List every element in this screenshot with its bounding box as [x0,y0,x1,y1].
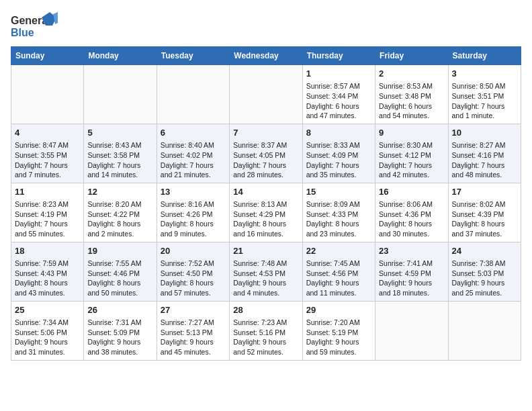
day-number: 1 [306,68,371,80]
day-info: Sunrise: 8:37 AM Sunset: 4:05 PM Dayligh… [233,140,298,180]
day-number: 3 [452,68,517,80]
day-number: 23 [379,245,444,257]
day-info: Sunrise: 8:47 AM Sunset: 3:55 PM Dayligh… [15,140,80,180]
calendar-cell: 14Sunrise: 8:13 AM Sunset: 4:29 PM Dayli… [230,183,302,242]
calendar-cell: 19Sunrise: 7:55 AM Sunset: 4:46 PM Dayli… [84,242,157,301]
calendar-week-4: 18Sunrise: 7:59 AM Sunset: 4:43 PM Dayli… [11,242,521,301]
calendar-cell: 12Sunrise: 8:20 AM Sunset: 4:22 PM Dayli… [84,183,157,242]
day-info: Sunrise: 7:52 AM Sunset: 4:50 PM Dayligh… [161,259,226,298]
calendar-cell: 8Sunrise: 8:33 AM Sunset: 4:09 PM Daylig… [302,124,375,183]
day-number: 12 [87,186,152,198]
day-number: 19 [87,245,152,257]
day-info: Sunrise: 7:45 AM Sunset: 4:56 PM Dayligh… [306,259,371,298]
day-number: 6 [161,127,226,139]
day-number: 28 [233,304,298,316]
calendar-cell: 28Sunrise: 7:23 AM Sunset: 5:16 PM Dayli… [230,301,302,360]
day-number: 18 [15,245,80,257]
page-header: General Blue [11,11,521,41]
day-info: Sunrise: 8:53 AM Sunset: 3:48 PM Dayligh… [379,81,444,121]
calendar-cell [448,301,521,360]
day-info: Sunrise: 8:02 AM Sunset: 4:39 PM Dayligh… [452,199,517,239]
day-info: Sunrise: 7:23 AM Sunset: 5:16 PM Dayligh… [233,318,298,357]
calendar-week-1: 1Sunrise: 8:57 AM Sunset: 3:44 PM Daylig… [11,65,521,124]
weekday-header-friday: Friday [375,47,448,65]
calendar-cell: 23Sunrise: 7:41 AM Sunset: 4:59 PM Dayli… [375,242,448,301]
weekday-header-wednesday: Wednesday [230,47,302,65]
logo-svg: General Blue [11,11,58,41]
calendar-cell: 24Sunrise: 7:38 AM Sunset: 5:03 PM Dayli… [448,242,521,301]
weekday-header-sunday: Sunday [11,47,84,65]
weekday-header-thursday: Thursday [302,47,375,65]
weekday-header-row: SundayMondayTuesdayWednesdayThursdayFrid… [11,47,521,65]
day-number: 11 [15,186,80,198]
calendar-cell [11,65,84,124]
day-info: Sunrise: 7:38 AM Sunset: 5:03 PM Dayligh… [452,259,517,298]
day-info: Sunrise: 7:27 AM Sunset: 5:13 PM Dayligh… [161,318,226,357]
day-number: 2 [379,68,444,80]
calendar-cell: 11Sunrise: 8:23 AM Sunset: 4:19 PM Dayli… [11,183,84,242]
day-info: Sunrise: 8:33 AM Sunset: 4:09 PM Dayligh… [306,140,371,180]
calendar-cell: 10Sunrise: 8:27 AM Sunset: 4:16 PM Dayli… [448,124,521,183]
day-number: 14 [233,186,298,198]
day-info: Sunrise: 8:30 AM Sunset: 4:12 PM Dayligh… [379,140,444,180]
svg-text:Blue: Blue [11,27,34,38]
weekday-header-saturday: Saturday [448,47,521,65]
calendar-cell [230,65,302,124]
day-info: Sunrise: 8:20 AM Sunset: 4:22 PM Dayligh… [87,199,152,239]
calendar-cell: 21Sunrise: 7:48 AM Sunset: 4:53 PM Dayli… [230,242,302,301]
calendar-cell: 25Sunrise: 7:34 AM Sunset: 5:06 PM Dayli… [11,301,84,360]
day-number: 10 [452,127,517,139]
calendar-week-3: 11Sunrise: 8:23 AM Sunset: 4:19 PM Dayli… [11,183,521,242]
weekday-header-monday: Monday [84,47,157,65]
calendar-week-5: 25Sunrise: 7:34 AM Sunset: 5:06 PM Dayli… [11,301,521,360]
calendar-cell: 16Sunrise: 8:06 AM Sunset: 4:36 PM Dayli… [375,183,448,242]
day-info: Sunrise: 8:43 AM Sunset: 3:58 PM Dayligh… [87,140,152,180]
logo: General Blue [11,11,58,41]
day-number: 13 [161,186,226,198]
day-info: Sunrise: 8:27 AM Sunset: 4:16 PM Dayligh… [452,140,517,180]
calendar-cell [157,65,229,124]
day-number: 15 [306,186,371,198]
calendar-cell: 18Sunrise: 7:59 AM Sunset: 4:43 PM Dayli… [11,242,84,301]
day-number: 22 [306,245,371,257]
day-info: Sunrise: 7:59 AM Sunset: 4:43 PM Dayligh… [15,259,80,298]
calendar-cell: 5Sunrise: 8:43 AM Sunset: 3:58 PM Daylig… [84,124,157,183]
calendar-week-2: 4Sunrise: 8:47 AM Sunset: 3:55 PM Daylig… [11,124,521,183]
day-number: 24 [452,245,517,257]
day-number: 29 [306,304,371,316]
calendar-cell: 3Sunrise: 8:50 AM Sunset: 3:51 PM Daylig… [448,65,521,124]
day-info: Sunrise: 7:31 AM Sunset: 5:09 PM Dayligh… [87,318,152,357]
calendar-cell: 7Sunrise: 8:37 AM Sunset: 4:05 PM Daylig… [230,124,302,183]
day-number: 26 [87,304,152,316]
calendar-cell: 20Sunrise: 7:52 AM Sunset: 4:50 PM Dayli… [157,242,229,301]
day-info: Sunrise: 8:23 AM Sunset: 4:19 PM Dayligh… [15,199,80,239]
day-info: Sunrise: 7:41 AM Sunset: 4:59 PM Dayligh… [379,259,444,298]
day-number: 25 [15,304,80,316]
day-number: 7 [233,127,298,139]
calendar-cell: 29Sunrise: 7:20 AM Sunset: 5:19 PM Dayli… [302,301,375,360]
day-info: Sunrise: 8:06 AM Sunset: 4:36 PM Dayligh… [379,199,444,239]
calendar-cell: 9Sunrise: 8:30 AM Sunset: 4:12 PM Daylig… [375,124,448,183]
day-number: 17 [452,186,517,198]
calendar-table: SundayMondayTuesdayWednesdayThursdayFrid… [11,46,521,361]
calendar-cell: 1Sunrise: 8:57 AM Sunset: 3:44 PM Daylig… [302,65,375,124]
day-number: 9 [379,127,444,139]
day-info: Sunrise: 8:13 AM Sunset: 4:29 PM Dayligh… [233,199,298,239]
day-info: Sunrise: 8:40 AM Sunset: 4:02 PM Dayligh… [161,140,226,180]
day-info: Sunrise: 8:57 AM Sunset: 3:44 PM Dayligh… [306,81,371,121]
day-number: 16 [379,186,444,198]
calendar-cell: 2Sunrise: 8:53 AM Sunset: 3:48 PM Daylig… [375,65,448,124]
day-number: 5 [87,127,152,139]
weekday-header-tuesday: Tuesday [157,47,229,65]
calendar-cell: 6Sunrise: 8:40 AM Sunset: 4:02 PM Daylig… [157,124,229,183]
day-info: Sunrise: 7:34 AM Sunset: 5:06 PM Dayligh… [15,318,80,357]
calendar-cell: 17Sunrise: 8:02 AM Sunset: 4:39 PM Dayli… [448,183,521,242]
day-info: Sunrise: 7:20 AM Sunset: 5:19 PM Dayligh… [306,318,371,357]
calendar-cell: 27Sunrise: 7:27 AM Sunset: 5:13 PM Dayli… [157,301,229,360]
calendar-cell: 22Sunrise: 7:45 AM Sunset: 4:56 PM Dayli… [302,242,375,301]
day-number: 27 [161,304,226,316]
calendar-cell: 13Sunrise: 8:16 AM Sunset: 4:26 PM Dayli… [157,183,229,242]
day-info: Sunrise: 8:16 AM Sunset: 4:26 PM Dayligh… [161,199,226,239]
day-info: Sunrise: 8:50 AM Sunset: 3:51 PM Dayligh… [452,81,517,121]
day-info: Sunrise: 7:48 AM Sunset: 4:53 PM Dayligh… [233,259,298,298]
